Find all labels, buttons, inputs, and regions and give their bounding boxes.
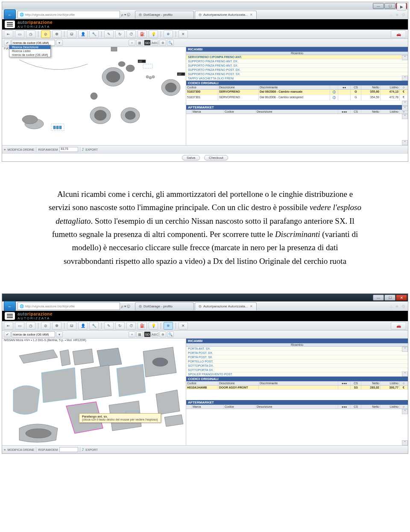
zoom-in-icon[interactable]: + — [129, 331, 135, 337]
home-icon[interactable]: ⌂ — [390, 304, 392, 309]
scroll-down-icon[interactable]: ˅ — [402, 76, 408, 81]
ricambi-row[interactable]: SUPPORTO PINZA FRENO ANT. SX. — [186, 64, 408, 68]
grid-icon[interactable]: ▦ — [136, 331, 143, 337]
clock-icon[interactable]: ⏱ — [126, 30, 136, 38]
lamp-icon[interactable]: ⛁ — [67, 322, 76, 330]
star-icon[interactable]: ★ — [395, 304, 399, 309]
minimize-button[interactable]: — — [373, 295, 384, 301]
ricambi-row[interactable]: SUPPORTO PINZA FRENO ANT. DX. — [186, 59, 408, 64]
tab-close-icon[interactable]: ✕ — [250, 304, 253, 308]
scroll-down-icon[interactable]: ˅ — [402, 140, 408, 145]
codici-row[interactable]: H010A1HAMBDOOR ASSY-FRONTS3283,02393,77€ — [186, 386, 408, 390]
canister-icon[interactable]: ⛽ — [138, 322, 147, 330]
abc-icon[interactable]: ABC — [152, 331, 158, 337]
ie-right-controls[interactable]: ⌂ ★ ⚙ — [387, 12, 408, 17]
tool-icon[interactable]: ⇤ — [4, 322, 13, 330]
info-icon[interactable]: ⓘ — [330, 95, 338, 100]
dropdown-item[interactable]: ricerca da codice (OE-IAM) — [9, 53, 50, 57]
bulb-icon[interactable]: 💡 — [149, 30, 158, 38]
tool-icon[interactable]: ▭ — [15, 322, 24, 330]
car-icon[interactable]: 🚗 — [391, 30, 406, 38]
next-icon[interactable]: ▶ — [397, 3, 406, 11]
exploded-view[interactable]: FIAT ... 5 p. - Mot. 198A2000) KIT KIT — [2, 47, 186, 145]
gauge-icon[interactable]: ◷ — [26, 30, 35, 38]
gauge-icon[interactable]: ◷ — [26, 322, 35, 330]
ricambi-row[interactable]: TAPPO VASCHETTA OLIO FRENI — [186, 76, 408, 81]
back-button[interactable]: ← — [4, 301, 16, 311]
modifica-button[interactable]: MODIFICA ORDINE — [7, 448, 34, 451]
tool-icon[interactable]: ⇤ — [4, 30, 13, 38]
star-icon[interactable]: ★ — [395, 12, 399, 17]
scroll-up-icon[interactable]: ˄ — [402, 55, 408, 60]
zoom-in-icon[interactable]: + — [129, 40, 135, 46]
url-controls[interactable]: ρ ▾ Ⓒ — [120, 12, 132, 17]
wrench-icon[interactable]: 🔧 — [89, 30, 99, 38]
salva-button[interactable]: Salva — [182, 155, 200, 161]
ricambi-row[interactable]: SUPPORTO PINZA FRENO POST. DX. — [186, 68, 408, 72]
search-icon[interactable]: 🔍 — [167, 40, 174, 46]
checkout-button[interactable]: Checkout — [204, 155, 228, 161]
dropdown-item[interactable]: Ricerca Listini — [9, 49, 50, 53]
expand-icon[interactable]: ○ — [400, 85, 408, 89]
scroll-down-icon[interactable]: ˅ — [402, 371, 408, 377]
url-controls[interactable]: ρ ▾ Ⓒ — [120, 304, 132, 309]
snow-icon[interactable]: ❄ — [164, 30, 173, 38]
canister-icon[interactable]: ⛽ — [138, 30, 147, 38]
ricambi-row[interactable]: PORTA ANT. SX. — [186, 347, 408, 351]
person-icon[interactable]: 👤 — [78, 30, 88, 38]
search-icon[interactable]: 🔍 — [167, 331, 174, 337]
maximize-button[interactable]: ☐ — [384, 3, 395, 9]
wheel-icon[interactable]: ☸ — [52, 30, 62, 38]
scroll-down-icon[interactable]: ˅ — [402, 106, 408, 111]
bulb-icon[interactable]: 💡 — [149, 322, 158, 330]
close-button[interactable]: ✕ — [396, 295, 407, 301]
grid-icon[interactable]: ▦ — [136, 40, 143, 46]
tab-close-icon[interactable]: ✕ — [250, 13, 253, 17]
home-icon[interactable]: ⌂ — [390, 12, 392, 17]
ricambi-row[interactable]: SOTTOPORTA SX. — [186, 368, 408, 372]
sd-icon[interactable]: SD — [144, 40, 151, 46]
ricambi-row[interactable]: PORTELLO POST. — [186, 360, 408, 364]
export-button[interactable]: EXPORT — [85, 148, 98, 151]
snow-icon[interactable]: ❄ — [164, 322, 173, 330]
maximize-button[interactable]: ☐ — [384, 295, 395, 301]
tool-icon[interactable]: ▭ — [15, 30, 24, 38]
steering-icon[interactable]: ⊘ — [41, 322, 50, 330]
refresh-icon[interactable]: ↻ — [115, 30, 125, 38]
codici-row[interactable]: 51837300SERVOFRENODal 06/2008 - Cambio m… — [186, 90, 408, 95]
scroll-up-icon[interactable]: ˄ — [402, 409, 408, 414]
expand-icon[interactable]: ○ — [400, 405, 408, 409]
ricambi-row[interactable]: SUPPORTO PINZA FRENO POST. SX. — [186, 72, 408, 76]
pencil-icon[interactable]: ✎ — [104, 30, 114, 38]
cross-wrench-icon[interactable]: ✕ — [179, 30, 188, 38]
info-icon[interactable]: ⓘ — [330, 90, 338, 95]
abc-icon[interactable]: ABC — [152, 40, 158, 46]
car-icon[interactable]: 🚗 — [391, 322, 406, 330]
tab-autoriparazione[interactable]: ◎Autoriparazione Autorizzata...✕ — [195, 11, 257, 19]
search-mode-select[interactable] — [12, 331, 55, 337]
wheel-icon[interactable]: ☸ — [52, 322, 62, 330]
ricambi-row[interactable]: PORTA POST. SX. — [186, 355, 408, 360]
cross-wrench-icon[interactable]: ✕ — [179, 322, 188, 330]
dropdown-item[interactable]: Ricerca Descrizione — [9, 45, 50, 49]
gear-icon[interactable]: ⚙ — [401, 12, 405, 17]
refresh-icon[interactable]: ↻ — [115, 322, 125, 330]
hamburger-button[interactable] — [5, 20, 15, 28]
export-button[interactable]: EXPORT — [85, 448, 98, 451]
codici-row[interactable]: 51837301SERVOFRENODal 06/2008 - Cambio s… — [186, 95, 408, 101]
scroll-down-icon[interactable]: ˅ — [402, 440, 408, 445]
ie-right-controls[interactable]: ⌂ ★ ⚙ — [387, 304, 408, 309]
person-icon[interactable]: 👤 — [78, 322, 88, 330]
tab-dotgarage[interactable]: ◎DotGarage - profilo — [135, 302, 194, 310]
back-button[interactable]: ← — [4, 9, 16, 20]
minimize-button[interactable]: — — [373, 3, 384, 9]
dropdown-icon[interactable]: ▾ — [56, 331, 63, 337]
gear-icon[interactable]: ⚙ — [401, 304, 405, 309]
dropdown-icon[interactable]: ▾ — [56, 40, 63, 46]
wrench-icon[interactable]: 🔧 — [89, 322, 99, 330]
url-field[interactable]: 🌐 http://vignola.aastore.biz/it/profile — [18, 11, 120, 18]
search-dropdown[interactable]: Ricerca Descrizione Ricerca Listini rice… — [9, 45, 51, 57]
steering-icon[interactable]: ⊘ — [41, 30, 50, 38]
ricambi-row[interactable]: SERVOFRENO C/POMPA FRENO ANT. — [186, 55, 408, 59]
ricambi-row[interactable]: SPOILER FRANGIVENTO POST. — [186, 372, 408, 377]
